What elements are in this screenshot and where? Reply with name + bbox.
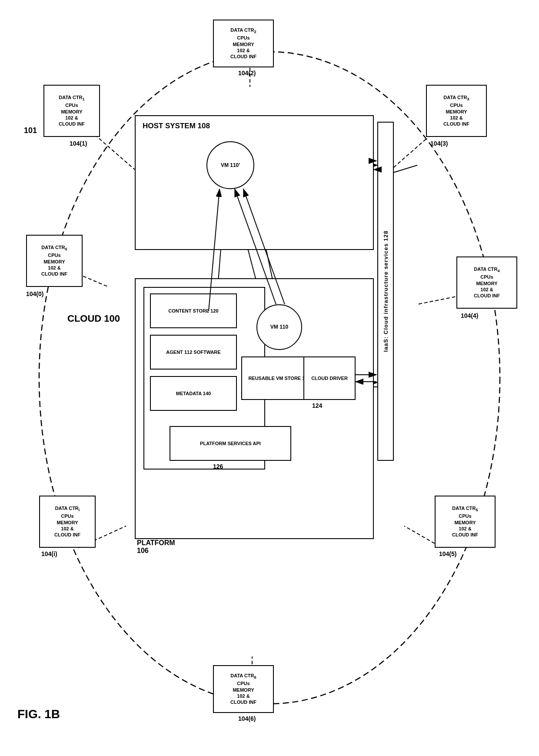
data-ctr-0: DATA CTR0CPUsMEMORY102 &CLOUD INF bbox=[26, 235, 83, 287]
ref-104-5: 104(5) bbox=[439, 550, 456, 557]
vm-110-prime-circle: VM 110' bbox=[206, 141, 254, 189]
data-ctr-1: DATA CTR1CPUsMEMORY102 &CLOUD INF bbox=[43, 85, 100, 137]
svg-line-11 bbox=[404, 526, 435, 543]
ref-124: 124 bbox=[312, 402, 322, 409]
platform-services-box: PLATFORM SERVICES API bbox=[170, 426, 291, 461]
svg-line-7 bbox=[391, 139, 426, 170]
svg-line-9 bbox=[417, 296, 461, 304]
cloud-label: CLOUD 100 bbox=[67, 313, 120, 324]
ref-104-i: 104(i) bbox=[41, 550, 57, 557]
data-ctr-2: DATA CTR2CPUsMEMORY102 &CLOUD INF bbox=[213, 20, 274, 67]
ref-104-6: 104(6) bbox=[238, 715, 256, 722]
ref-126: 126 bbox=[213, 463, 223, 470]
vm-110-circle: VM 110 bbox=[256, 304, 302, 350]
data-ctr-i: DATA CTRiCPUsMEMORY102 &CLOUD INF bbox=[39, 496, 96, 548]
iaas-label: IaaS: Cloud infrastructure services 128 bbox=[383, 230, 389, 352]
figure-label: FIG. 1B bbox=[17, 707, 60, 721]
agent-software-box: AGENT 112 SOFTWARE bbox=[150, 335, 237, 370]
host-system-box: HOST SYSTEM 108 bbox=[135, 115, 374, 250]
platform-label: PLATFORM106 bbox=[137, 539, 175, 555]
data-ctr-5: DATA CTR5CPUsMEMORY102 &CLOUD INF bbox=[435, 496, 496, 548]
data-ctr-6: DATA CTR6CPUsMEMORY102 &CLOUD INF bbox=[213, 665, 274, 713]
ref-104-3: 104(3) bbox=[430, 140, 448, 147]
ref-101: 101 bbox=[24, 126, 37, 135]
diagram-container: FIG. 1B 101 CLOUD 100 DATA CTR0CPUsMEMOR… bbox=[0, 0, 539, 756]
ref-104-4: 104(4) bbox=[461, 312, 478, 319]
content-store-box: CONTENT STORE 120 bbox=[150, 293, 237, 328]
ref-104-2: 104(2) bbox=[238, 70, 256, 77]
svg-line-5 bbox=[95, 135, 135, 170]
ref-104-1: 104(1) bbox=[70, 140, 87, 147]
data-ctr-4: DATA CTR4CPUsMEMORY102 &CLOUD INF bbox=[456, 256, 517, 309]
iaas-bar: IaaS: Cloud infrastructure services 128 bbox=[377, 122, 394, 461]
host-system-label: HOST SYSTEM 108 bbox=[143, 121, 210, 131]
metadata-box: METADATA 140 bbox=[150, 376, 237, 411]
data-ctr-3: DATA CTR3CPUsMEMORY102 &CLOUD INF bbox=[426, 85, 487, 137]
cloud-driver-box: CLOUD DRIVER bbox=[303, 356, 356, 400]
ref-104-0: 104(0) bbox=[26, 290, 43, 297]
